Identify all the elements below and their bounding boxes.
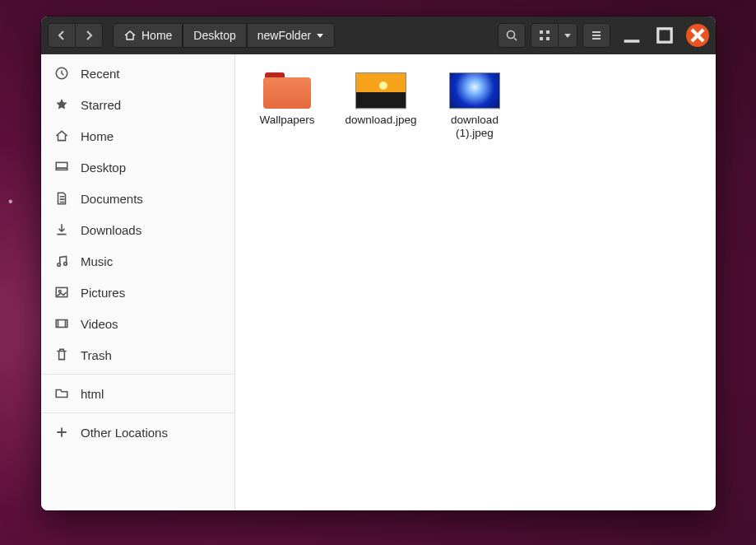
sidebar-item-starred[interactable]: Starred <box>41 89 234 120</box>
svg-rect-5 <box>658 29 671 42</box>
view-toggle <box>531 23 577 48</box>
downloads-icon <box>54 222 69 237</box>
documents-icon <box>54 191 69 206</box>
sidebar-item-music[interactable]: Music <box>41 245 234 277</box>
sidebar-item-pictures[interactable]: Pictures <box>41 277 234 308</box>
sidebar-item-documents[interactable]: Documents <box>41 183 234 214</box>
sidebar-item-label: Home <box>81 129 114 143</box>
sidebar-item-other-locations[interactable]: Other Locations <box>41 417 234 448</box>
desktop-icon <box>54 160 69 175</box>
path-segment-desktop[interactable]: Desktop <box>183 23 246 48</box>
file-view[interactable]: Wallpapers download.jpeg download (1).jp… <box>235 54 716 510</box>
path-label: Desktop <box>193 29 235 42</box>
svg-point-8 <box>58 263 61 267</box>
plus-icon <box>54 425 69 440</box>
sidebar-item-label: Recent <box>81 67 120 81</box>
forward-button[interactable] <box>75 23 103 48</box>
menu-icon <box>590 29 603 42</box>
image-item[interactable]: download (1).jpeg <box>439 72 510 141</box>
close-button[interactable] <box>686 24 709 47</box>
image-thumbnail <box>355 72 406 109</box>
svg-rect-3 <box>540 37 543 40</box>
file-manager-window: Home Desktop newFolder <box>41 16 716 510</box>
sidebar-item-label: Documents <box>81 192 143 206</box>
star-icon <box>54 97 69 112</box>
hamburger-menu-button[interactable] <box>582 23 610 48</box>
chevron-left-icon <box>55 29 68 42</box>
sidebar-item-label: Downloads <box>81 223 141 237</box>
home-icon <box>54 128 69 143</box>
svg-rect-4 <box>546 37 550 40</box>
svg-rect-1 <box>540 30 543 34</box>
path-segment-home[interactable]: Home <box>113 23 183 48</box>
sidebar-item-label: Music <box>81 254 113 268</box>
sidebar-separator <box>41 374 234 375</box>
sidebar: Recent Starred Home Desktop Documents Do… <box>41 54 235 510</box>
sidebar-item-videos[interactable]: Videos <box>41 308 234 339</box>
image-item[interactable]: download.jpeg <box>346 72 416 141</box>
videos-icon <box>54 316 69 331</box>
folder-item[interactable]: Wallpapers <box>252 72 322 141</box>
svg-point-9 <box>64 263 67 266</box>
folder-icon <box>263 72 311 109</box>
sidebar-item-label: Desktop <box>81 161 126 175</box>
music-icon <box>54 254 69 268</box>
sidebar-item-label: Videos <box>81 317 118 331</box>
maximize-button[interactable] <box>653 24 676 47</box>
file-name: Wallpapers <box>259 114 314 127</box>
path-label: newFolder <box>257 29 311 42</box>
pathbar: Home Desktop newFolder <box>113 23 335 48</box>
chevron-right-icon <box>82 29 95 42</box>
svg-point-11 <box>58 291 61 293</box>
sidebar-item-label: Other Locations <box>81 426 168 440</box>
pictures-icon <box>54 285 69 300</box>
search-icon <box>505 29 518 42</box>
path-label: Home <box>141 29 172 42</box>
icon-view-button[interactable] <box>531 23 558 48</box>
chevron-down-icon <box>316 29 324 42</box>
sidebar-item-recent[interactable]: Recent <box>41 58 234 89</box>
titlebar: Home Desktop newFolder <box>41 16 716 54</box>
svg-rect-2 <box>546 30 550 34</box>
search-button[interactable] <box>498 23 526 48</box>
sidebar-item-downloads[interactable]: Downloads <box>41 214 234 245</box>
sidebar-item-label: html <box>81 387 104 401</box>
sidebar-item-label: Pictures <box>81 286 125 300</box>
chevron-down-icon <box>564 29 572 42</box>
minimize-button[interactable] <box>620 24 643 47</box>
clock-icon <box>54 66 69 81</box>
sidebar-item-desktop[interactable]: Desktop <box>41 151 234 183</box>
back-button[interactable] <box>48 23 75 48</box>
home-icon <box>123 29 137 42</box>
svg-point-0 <box>508 31 515 39</box>
folder-icon <box>54 386 69 401</box>
sidebar-separator <box>41 412 234 413</box>
image-thumbnail <box>449 72 500 109</box>
trash-icon <box>54 347 69 362</box>
sidebar-item-label: Trash <box>81 348 112 362</box>
sidebar-item-label: Starred <box>81 98 121 112</box>
grid-icon <box>538 29 551 42</box>
file-name: download.jpeg <box>345 114 416 127</box>
path-segment-current[interactable]: newFolder <box>247 23 335 48</box>
file-name: download (1).jpeg <box>439 114 510 141</box>
window-body: Recent Starred Home Desktop Documents Do… <box>41 54 716 510</box>
nav-buttons <box>48 23 103 48</box>
sidebar-item-trash[interactable]: Trash <box>41 339 234 370</box>
svg-rect-7 <box>56 162 67 170</box>
sidebar-item-html[interactable]: html <box>41 378 234 409</box>
view-dropdown-button[interactable] <box>558 23 577 48</box>
sidebar-item-home[interactable]: Home <box>41 120 234 151</box>
